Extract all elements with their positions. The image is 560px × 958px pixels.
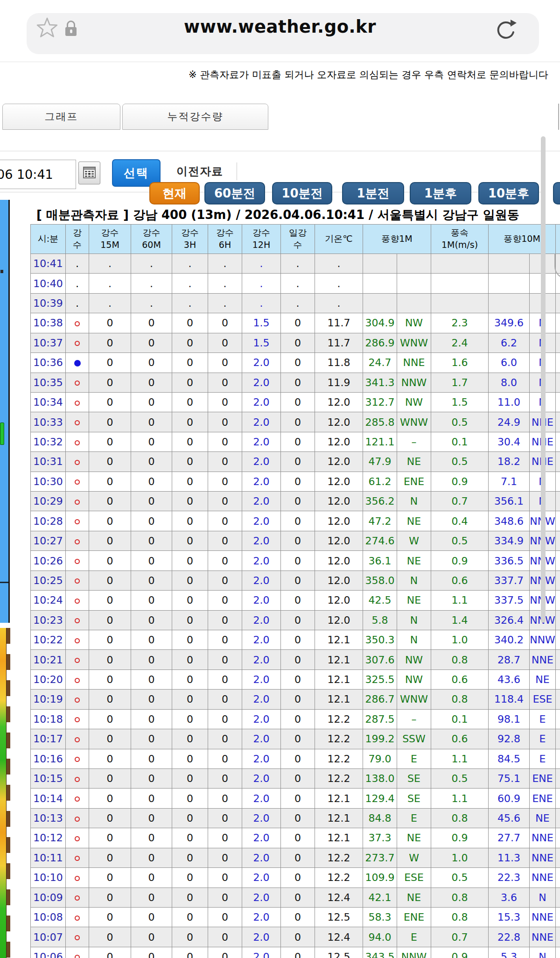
tab-accumulated-precip[interactable]: 누적강수량: [122, 104, 268, 130]
cell: 0.5: [431, 412, 489, 432]
cell: 337.7: [489, 571, 530, 590]
cell: [66, 789, 89, 808]
cell: 12.2: [315, 868, 363, 888]
cell: 2.0: [242, 868, 281, 888]
cell: W: [397, 531, 431, 550]
cell: 0: [89, 808, 131, 828]
cell: E: [530, 729, 556, 749]
previous-data-link[interactable]: 이전자료: [176, 164, 223, 179]
cell: 1.1: [431, 749, 489, 768]
precip-ring-marker: [75, 678, 80, 683]
cell: 0: [89, 392, 131, 412]
cell: 0: [281, 749, 315, 768]
calendar-button[interactable]: [78, 162, 100, 184]
cell: NE: [397, 591, 431, 610]
precip-ring-marker: [75, 817, 80, 822]
time-button-2[interactable]: 60분전: [204, 182, 265, 204]
cell: 0: [281, 313, 315, 333]
cell: 0: [172, 392, 208, 412]
cell: 350.3: [363, 630, 397, 650]
table-row: 10:1900002.0012.1286.7WNW0.8118.4ESE: [31, 690, 560, 709]
cell: 10:26: [31, 551, 66, 571]
cell: 0: [89, 511, 131, 531]
cell: 337.5: [489, 591, 530, 610]
cell: 0: [131, 630, 172, 650]
cell: .: [315, 274, 363, 293]
cell: 0: [89, 472, 131, 491]
precip-ring-marker: [75, 895, 80, 901]
table-row: 10:1600002.0012.279.0E1.184.5E: [31, 749, 560, 768]
cell: 0: [89, 412, 131, 432]
cell: [66, 669, 89, 689]
cell: .: [208, 274, 242, 293]
cell: 0: [172, 828, 208, 848]
map-fragment-terrain: [0, 628, 10, 958]
datetime-input[interactable]: 06 10:41: [0, 160, 76, 189]
time-button-5[interactable]: 1분후: [410, 182, 471, 204]
cell: 0: [89, 927, 131, 947]
cell: 12.1: [315, 789, 363, 808]
cell: .: [66, 293, 89, 313]
cell: ESE: [530, 690, 556, 709]
cell: SSW: [397, 729, 431, 749]
cell: 2.0: [242, 472, 281, 491]
time-button-3[interactable]: 10분전: [272, 182, 332, 204]
cell: 61.2: [363, 472, 397, 491]
precip-ring-marker: [75, 757, 80, 762]
cell: 10:31: [31, 452, 66, 472]
cell: 12.1: [315, 828, 363, 848]
cell: 0: [89, 749, 131, 768]
time-button-partial[interactable]: [553, 182, 560, 204]
cell: 312.7: [363, 392, 397, 412]
cell: 0: [281, 630, 315, 650]
cell: 0: [208, 492, 242, 511]
tab-graph[interactable]: 그래프: [2, 104, 120, 130]
table-header-cell: 풍속 1M(m/s): [431, 225, 489, 254]
cell: 2.0: [242, 412, 281, 432]
cell: [556, 888, 560, 907]
cell: 0: [208, 551, 242, 571]
cell: [556, 531, 560, 550]
cell: .: [172, 274, 208, 293]
cell: .: [89, 293, 131, 313]
cell: 0: [172, 888, 208, 907]
precip-ring-marker: [75, 559, 80, 564]
cell: 12.0: [315, 452, 363, 472]
precip-ring-marker: [75, 856, 80, 861]
cell: [363, 293, 397, 313]
cell: 118.4: [489, 690, 530, 709]
reload-button[interactable]: [494, 18, 519, 43]
vertical-scrollbar[interactable]: [541, 136, 546, 623]
cell: 10:12: [31, 828, 66, 848]
time-button-1[interactable]: 현재: [149, 182, 200, 204]
cell: 10:13: [31, 808, 66, 828]
cell: [66, 907, 89, 927]
table-row: 10:3300002.0012.0285.8WNW0.524.9NNE: [31, 412, 560, 432]
cell: 28.7: [489, 650, 530, 669]
cell: 0: [281, 907, 315, 927]
table-header-cell: 기온℃: [315, 225, 363, 254]
cell: 0: [89, 709, 131, 729]
cell: 0: [208, 432, 242, 451]
cell: NNE: [530, 927, 556, 947]
cell: 0: [89, 907, 131, 927]
precip-ring-marker: [75, 341, 80, 346]
cell: 0: [131, 808, 172, 828]
cell: 0: [89, 868, 131, 888]
table-row: 10:2600002.0012.036.1NE0.9336.5NNW: [31, 551, 560, 571]
cell: 0: [131, 669, 172, 689]
cell: 0: [281, 571, 315, 590]
cell: 0: [172, 412, 208, 432]
cell: 0: [172, 511, 208, 531]
table-header-cell-clipped: [556, 225, 560, 254]
precip-ring-marker: [75, 599, 80, 604]
cell: 348.6: [489, 511, 530, 531]
cell: 0: [208, 907, 242, 927]
cell: 2.0: [242, 749, 281, 768]
cell: 0: [208, 630, 242, 650]
time-button-6[interactable]: 10분후: [478, 182, 539, 204]
cell: 58.3: [363, 907, 397, 927]
time-button-4[interactable]: 1분전: [342, 182, 404, 204]
precip-ring-marker: [75, 717, 80, 722]
cell: WNW: [397, 412, 431, 432]
